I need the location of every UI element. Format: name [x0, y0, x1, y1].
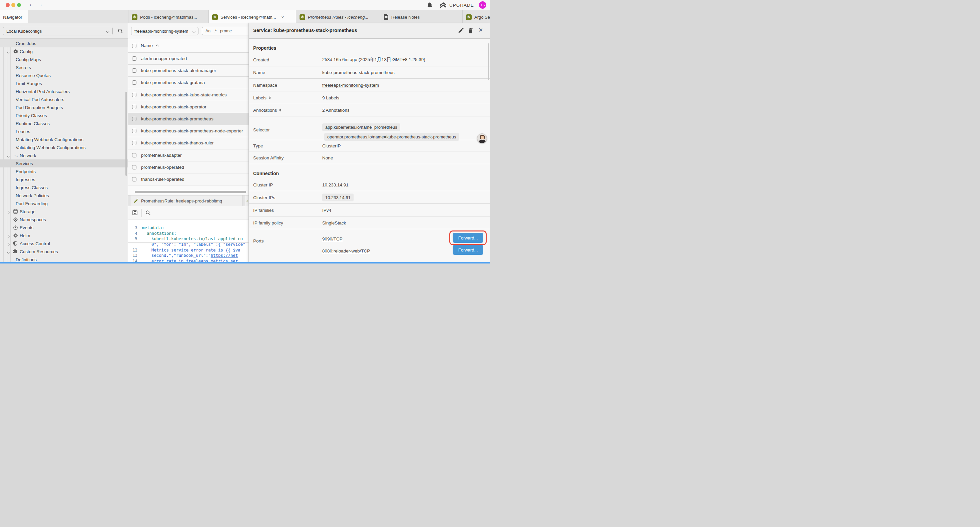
sidebar-item-validating-webhook-configurations[interactable]: Validating Webhook Configurations	[0, 143, 128, 151]
regex-toggle[interactable]: .*	[214, 29, 216, 33]
row-checkbox[interactable]	[132, 129, 137, 133]
sidebar-item-pod-disruption-budgets[interactable]: Pod Disruption Budgets	[0, 103, 128, 111]
select-all-checkbox[interactable]	[132, 44, 137, 48]
service-name: prometheus-operated	[141, 165, 184, 170]
port-link[interactable]: 9090/TCP	[322, 236, 342, 242]
sidebar-item-vertical-pod-autoscalers[interactable]: Vertical Pod Autoscalers	[0, 96, 128, 103]
sidebar-item-helm[interactable]: Helm	[0, 231, 128, 239]
name-column-header[interactable]: Name	[141, 43, 153, 48]
table-horizontal-scrollbar[interactable]	[135, 191, 246, 193]
table-row[interactable]: kube-prometheus-stack-operator	[128, 101, 248, 113]
tab-release[interactable]: Release Notes	[380, 10, 462, 24]
forward-button[interactable]: Forward...	[453, 245, 483, 255]
list-search-input[interactable]: Aa .* prome	[202, 27, 248, 35]
forward-arrow-icon[interactable]: →	[37, 1, 43, 8]
row-checkbox[interactable]	[132, 68, 137, 73]
sidebar-item-resource-quotas[interactable]: Resource Quotas	[0, 72, 128, 80]
table-row[interactable]: kube-prometheus-stack-kube-state-metrics	[128, 89, 248, 101]
sidebar-scrollbar[interactable]	[126, 92, 127, 176]
sort-ascending-icon[interactable]	[156, 45, 159, 48]
sidebar-item-custom-resources[interactable]: Custom Resources	[0, 247, 128, 255]
row-checkbox[interactable]	[132, 165, 137, 169]
notification-count-badge[interactable]: 15	[479, 2, 486, 9]
table-row[interactable]: kube-prometheus-stack-thanos-ruler	[128, 137, 248, 149]
sidebar-search-icon[interactable]	[118, 29, 123, 34]
close-icon[interactable]: ✕	[478, 27, 483, 34]
save-icon[interactable]	[132, 210, 138, 215]
port-link[interactable]: 8080:reloader-web/TCP	[322, 248, 370, 253]
tab-prometheus[interactable]: ☸Prometheus Rules - icecheng...	[296, 10, 380, 24]
row-checkbox[interactable]	[132, 141, 137, 145]
sidebar-item-network[interactable]: ↑↓Network	[0, 151, 128, 159]
sidebar-item-secrets[interactable]: Secrets	[0, 64, 128, 72]
table-row[interactable]: kube-prometheus-stack-grafana	[128, 77, 248, 89]
table-row[interactable]: thanos-ruler-operated	[128, 174, 248, 185]
tab-pods[interactable]: ☸Pods - icecheng@mathmas...	[128, 10, 208, 24]
close-tab-icon[interactable]: ×	[281, 15, 284, 20]
sidebar-item-events[interactable]: Events	[0, 223, 128, 231]
editor-tab-prometheusrule[interactable]: PrometheusRule: freeleaps-prod-rabbitmq	[130, 196, 243, 206]
details-scrollbar[interactable]	[488, 43, 489, 80]
row-checkbox[interactable]	[132, 177, 137, 182]
chevron-down-icon[interactable]	[7, 249, 10, 254]
maximize-window-button[interactable]	[17, 3, 21, 7]
sidebar-item-mutating-webhook-configurations[interactable]: Mutating Webhook Configurations	[0, 135, 128, 143]
editor-tab-next-partial[interactable]	[245, 196, 248, 206]
sidebar-item-ingresses[interactable]: Ingresses	[0, 175, 128, 183]
editor-search-icon[interactable]	[145, 210, 151, 215]
sidebar-item-port-forwarding[interactable]: Port Forwarding	[0, 199, 128, 207]
sidebar-item-horizontal-pod-autoscalers[interactable]: Horizontal Pod Autoscalers	[0, 88, 128, 96]
notifications-bell-icon[interactable]	[427, 2, 433, 8]
yaml-editor[interactable]: 3metadata:4annotations:5kubectl.kubernet…	[128, 220, 248, 262]
sidebar-item-config[interactable]: Config	[0, 47, 128, 56]
namespace-dropdown[interactable]: freeleaps-monitoring-system	[131, 27, 199, 35]
sidebar-item-runtime-classes[interactable]: Runtime Classes	[0, 119, 128, 127]
table-row[interactable]: prometheus-adapter	[128, 150, 248, 161]
chevron-right-icon[interactable]	[7, 209, 10, 214]
sidebar-item-config-maps[interactable]: Config Maps	[0, 56, 128, 64]
sidebar-item-leases[interactable]: Leases	[0, 127, 128, 135]
navigator-panel-tab[interactable]: Navigator	[0, 10, 29, 24]
namespace-link[interactable]: freeleaps-monitoring-system	[322, 83, 379, 88]
sidebar-item-ingress-classes[interactable]: Ingress Classes	[0, 183, 128, 191]
chevron-down-icon[interactable]	[7, 49, 10, 54]
sort-updown-icon[interactable]	[269, 96, 271, 99]
row-checkbox[interactable]	[132, 153, 137, 158]
close-window-button[interactable]	[6, 3, 10, 7]
table-row[interactable]: alertmanager-operated	[128, 53, 248, 65]
property-label: Labels	[253, 95, 271, 100]
chevron-right-icon[interactable]	[7, 241, 10, 246]
chevron-down-icon[interactable]	[7, 153, 10, 158]
table-row[interactable]: kube-prometheus-stack-prometheus	[128, 113, 248, 125]
sidebar-item-network-policies[interactable]: Network Policies	[0, 191, 128, 199]
kubeconfig-dropdown[interactable]: Local Kubeconfigs	[3, 27, 113, 35]
tab-argo[interactable]: ☸Argo Se	[462, 10, 490, 24]
table-row[interactable]: kube-prometheus-stack-prometheus-node-ex…	[128, 125, 248, 137]
edit-pencil-icon[interactable]	[458, 28, 464, 33]
user-avatar[interactable]	[477, 134, 487, 143]
table-row[interactable]: prometheus-operated	[128, 161, 248, 174]
sidebar-item-access-control[interactable]: Access Control	[0, 239, 128, 247]
row-checkbox[interactable]	[132, 93, 137, 97]
chevron-right-icon[interactable]	[7, 233, 10, 238]
delete-trash-icon[interactable]	[468, 28, 473, 34]
sidebar-item-storage[interactable]: Storage	[0, 207, 128, 215]
table-row[interactable]: kube-prometheus-stack-alertmanager	[128, 65, 248, 77]
upgrade-button[interactable]: UPGRADE	[440, 2, 474, 8]
sidebar-item-services[interactable]: Services	[0, 159, 128, 167]
sort-updown-icon[interactable]	[279, 109, 281, 112]
row-checkbox[interactable]	[132, 80, 137, 85]
row-checkbox[interactable]	[132, 56, 137, 61]
sidebar-item-priority-classes[interactable]: Priority Classes	[0, 111, 128, 119]
sidebar-item-endpoints[interactable]: Endpoints	[0, 167, 128, 175]
match-case-toggle[interactable]: Aa	[205, 29, 210, 33]
tab-services[interactable]: ☸Services - icecheng@math...×	[208, 10, 296, 24]
sidebar-item-limit-ranges[interactable]: Limit Ranges	[0, 80, 128, 88]
row-checkbox[interactable]	[132, 117, 137, 121]
sidebar-item-cron-jobs[interactable]: Cron Jobs	[0, 39, 128, 47]
row-checkbox[interactable]	[132, 105, 137, 109]
code-link[interactable]: https://net	[211, 253, 238, 258]
sidebar-item-namespaces[interactable]: Namespaces	[0, 215, 128, 223]
back-arrow-icon[interactable]: ←	[29, 1, 34, 8]
minimize-window-button[interactable]	[11, 3, 15, 7]
